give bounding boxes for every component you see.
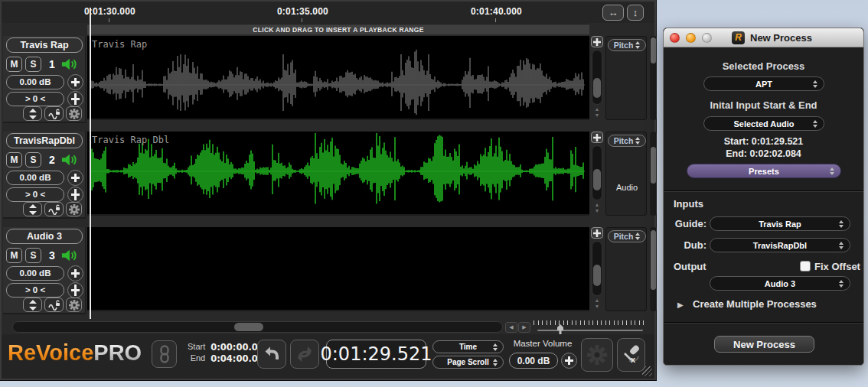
lane-add-button[interactable]: [591, 36, 603, 47]
new-process-button[interactable]: New Process: [714, 336, 814, 353]
solo-button[interactable]: S: [25, 57, 41, 72]
master-volume-label: Master Volume: [510, 339, 576, 348]
panel-vertical-scrollbar[interactable]: [650, 132, 657, 216]
vertical-zoom-button[interactable]: ↕: [627, 5, 644, 21]
track-tune-field[interactable]: > 0 <: [6, 283, 64, 298]
updown-icon: [493, 359, 498, 366]
waveform-lane[interactable]: Travis Rap Dbl: [87, 132, 589, 216]
track-gain-field[interactable]: 0.00 dB: [6, 266, 64, 281]
horizontal-zoom-button[interactable]: ↔: [602, 5, 624, 21]
start-time-text: Start: 0:01:29.521: [664, 136, 863, 147]
track-name-button[interactable]: TravisRapDbl: [6, 133, 83, 148]
lane-type-label: Audio: [606, 183, 648, 192]
waveform-lane-empty[interactable]: [87, 227, 589, 311]
pitch-lock-icon[interactable]: [44, 298, 64, 312]
track-resize-icon[interactable]: [23, 106, 42, 121]
track-tune-field[interactable]: > 0 <: [6, 92, 64, 106]
speaker-icon[interactable]: [60, 248, 77, 263]
disclosure-triangle-icon[interactable]: ▶: [677, 301, 684, 309]
track-name-button[interactable]: Travis Rap: [6, 37, 83, 53]
horizontal-scrollbar[interactable]: [12, 321, 503, 333]
pitch-panel: Pitch Audio: [605, 132, 647, 216]
clip-label: Travis Rap: [92, 39, 147, 50]
track-gain-field[interactable]: 0.00 dB: [6, 171, 64, 185]
track-settings-gear-icon[interactable]: [66, 298, 82, 312]
track-name-button[interactable]: Audio 3: [6, 229, 83, 244]
playback-range-bar[interactable]: CLICK AND DRAG TO INSERT A PLAYBACK RANG…: [87, 24, 589, 34]
pitch-mode-select[interactable]: Pitch: [608, 230, 646, 242]
presets-select[interactable]: Presets: [687, 164, 841, 178]
window-resize-grip[interactable]: [642, 366, 652, 376]
track-resize-icon[interactable]: [23, 298, 42, 312]
time-mode-select[interactable]: Time: [432, 340, 504, 353]
track-resize-icon[interactable]: [23, 202, 42, 216]
pitch-lock-icon[interactable]: [44, 202, 64, 216]
dialog-titlebar[interactable]: R New Process: [664, 28, 863, 47]
fix-offset-label: Fix Offset: [814, 261, 860, 272]
zoom-slider-thumb[interactable]: [556, 324, 564, 334]
process-select[interactable]: APT: [703, 76, 824, 91]
master-volume-field[interactable]: 0.00 dB: [509, 353, 558, 369]
create-multiple-label[interactable]: Create Multiple Processes: [693, 298, 817, 310]
horizontal-scrollbar-thumb[interactable]: [234, 323, 263, 331]
speaker-icon[interactable]: [60, 152, 77, 167]
track-tune-field[interactable]: > 0 <: [6, 187, 64, 202]
tune-anchor-button[interactable]: [67, 91, 83, 107]
pitch-mode-select[interactable]: Pitch: [608, 135, 646, 147]
updown-icon: [493, 343, 498, 351]
lane-vertical-scrollbar[interactable]: [592, 241, 602, 296]
track-settings-gear-icon[interactable]: [66, 106, 82, 121]
undo-button[interactable]: [257, 340, 286, 369]
scroll-mode-select[interactable]: Page Scroll: [432, 356, 504, 369]
timeline-ruler[interactable]: 0:01:30.000 0:01:35.000 0:01:40.000 ↔ ↕: [2, 2, 654, 23]
waveform-lane[interactable]: Travis Rap: [87, 36, 589, 120]
mute-button[interactable]: M: [6, 57, 22, 72]
zoom-window-button[interactable]: [702, 33, 712, 43]
scroll-left-button[interactable]: ◀: [505, 322, 517, 333]
gain-plus-button[interactable]: [67, 170, 83, 186]
lane-add-button[interactable]: [591, 227, 603, 239]
panel-vertical-scrollbar[interactable]: [650, 227, 657, 311]
playhead-time-display[interactable]: 0:01:29.521: [326, 340, 426, 369]
dub-track-select[interactable]: TravisRapDbl: [710, 238, 850, 252]
guide-track-select[interactable]: Travis Rap: [710, 216, 850, 231]
lane-add-button[interactable]: [591, 132, 603, 143]
mute-button[interactable]: M: [6, 152, 22, 167]
lane-scroll-arrows[interactable]: ▲▼: [592, 106, 602, 119]
mute-button[interactable]: M: [6, 248, 22, 263]
process-settings-button[interactable]: [581, 338, 613, 372]
solo-button[interactable]: S: [25, 152, 41, 167]
playback-range-hint: CLICK AND DRAG TO INSERT A PLAYBACK RANG…: [253, 26, 423, 34]
loop-button[interactable]: [290, 340, 319, 369]
pitch-mode-select[interactable]: Pitch: [608, 39, 646, 51]
master-volume-plus-button[interactable]: [561, 353, 577, 369]
h-arrows-icon: ↔: [609, 8, 618, 18]
scroll-right-button[interactable]: ▶: [518, 322, 530, 333]
output-track-select[interactable]: Audio 3: [710, 276, 850, 291]
lane-vertical-scrollbar[interactable]: [592, 50, 602, 105]
undo-arrow-icon: [263, 345, 281, 363]
panel-vertical-scrollbar[interactable]: [650, 36, 657, 120]
gain-plus-button[interactable]: [67, 265, 83, 281]
input-range-select[interactable]: Selected Audio: [703, 116, 824, 131]
track-header: TravisRapDbl M S 2 0.00 dB > 0 <: [3, 132, 86, 217]
link-selection-button[interactable]: [152, 340, 177, 368]
gain-plus-button[interactable]: [67, 74, 83, 90]
monitor-off-button[interactable]: x: [617, 338, 645, 372]
solo-button[interactable]: S: [25, 248, 41, 263]
pitch-panel: Pitch: [605, 227, 647, 311]
tune-anchor-button[interactable]: [67, 282, 83, 298]
tune-anchor-button[interactable]: [67, 187, 83, 203]
speaker-icon[interactable]: [60, 57, 77, 72]
lane-scroll-arrows[interactable]: ▲▼: [592, 202, 602, 214]
track-gain-field[interactable]: 0.00 dB: [6, 75, 64, 89]
track-settings-gear-icon[interactable]: [66, 202, 82, 216]
minimize-window-button[interactable]: [686, 33, 696, 43]
pitch-lock-icon[interactable]: [44, 106, 64, 121]
lane-vertical-scrollbar[interactable]: [592, 145, 602, 200]
playhead-cursor[interactable]: [90, 8, 91, 319]
zoom-slider[interactable]: [537, 330, 643, 331]
lane-scroll-arrows[interactable]: ▲▼: [592, 298, 602, 310]
close-window-button[interactable]: [670, 33, 680, 43]
fix-offset-checkbox[interactable]: [800, 261, 811, 272]
